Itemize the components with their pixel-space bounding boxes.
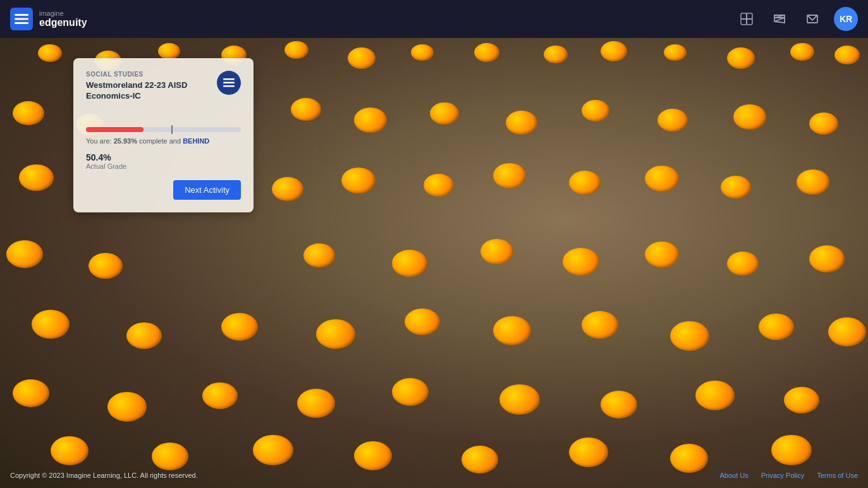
mail-button[interactable] <box>801 8 824 30</box>
grade-label: Actual Grade <box>86 162 241 170</box>
copyright-text: Copyright © 2023 Imagine Learning, LLC. … <box>10 472 198 479</box>
svg-rect-13 <box>223 85 235 87</box>
next-activity-button[interactable]: Next Activity <box>173 180 241 200</box>
svg-rect-11 <box>223 78 235 80</box>
svg-rect-0 <box>15 14 28 16</box>
footer: Copyright © 2023 Imagine Learning, LLC. … <box>0 463 868 488</box>
logo-text: imagine edgenuity <box>39 9 87 28</box>
svg-rect-2 <box>15 22 28 24</box>
progress-text: You are: 25.93% complete and BEHIND <box>86 137 241 145</box>
svg-rect-1 <box>15 18 28 20</box>
card-header: SOCIAL STUDIES Westmoreland 22-23 AISD E… <box>86 71 241 102</box>
terms-link[interactable]: Terms of Use <box>817 472 858 479</box>
course-card: SOCIAL STUDIES Westmoreland 22-23 AISD E… <box>73 58 254 212</box>
avatar-initials: KR <box>840 14 852 24</box>
logo-icon <box>10 8 33 30</box>
svg-marker-6 <box>774 18 785 23</box>
grade-section: 50.4% Actual Grade <box>86 152 241 170</box>
privacy-link[interactable]: Privacy Policy <box>761 472 804 479</box>
course-name: Westmoreland 22-23 AISD Economics-IC <box>86 80 212 102</box>
announcement-button[interactable] <box>768 8 791 30</box>
card-meta: SOCIAL STUDIES Westmoreland 22-23 AISD E… <box>86 71 212 102</box>
progress-fill <box>86 127 144 132</box>
brand-edgenuity: edgenuity <box>39 17 87 28</box>
about-link[interactable]: About Us <box>719 472 748 479</box>
progress-section: You are: 25.93% complete and BEHIND <box>86 127 241 145</box>
footer-links: About Us Privacy Policy Terms of Use <box>719 472 858 479</box>
progress-marker <box>171 125 173 134</box>
navbar-actions: KR <box>735 7 858 31</box>
subject-label: SOCIAL STUDIES <box>86 71 212 78</box>
progress-bar <box>86 127 241 132</box>
add-button[interactable] <box>735 8 758 30</box>
svg-rect-12 <box>223 82 235 84</box>
card-menu-button[interactable] <box>217 71 241 95</box>
navbar: imagine edgenuity <box>0 0 868 38</box>
brand-imagine: imagine <box>39 9 87 17</box>
logo-container: imagine edgenuity <box>10 8 87 30</box>
user-avatar[interactable]: KR <box>834 7 858 31</box>
grade-value: 50.4% <box>86 152 241 162</box>
